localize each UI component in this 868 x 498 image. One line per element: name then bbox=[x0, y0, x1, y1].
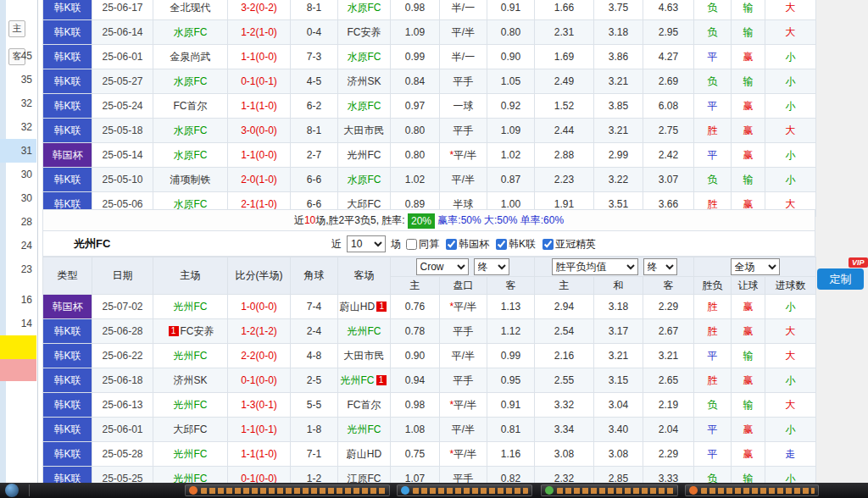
result-wdl: 平 bbox=[694, 94, 732, 119]
europe-time-select[interactable]: 终 bbox=[643, 258, 677, 275]
window-icon bbox=[401, 486, 409, 495]
euro-draw-odds: 3.22 bbox=[594, 168, 643, 192]
asian-handicap: *平/半 bbox=[440, 393, 487, 418]
team-name[interactable]: 全北现代 bbox=[153, 0, 228, 20]
europe-avg-select[interactable]: 胜平负均值 bbox=[552, 258, 638, 275]
scope-select[interactable]: 全场 bbox=[731, 258, 780, 275]
gwangju-section-bar: 光州FC 近 10 场 同算韩国杯韩K联亚冠精英 bbox=[42, 231, 815, 257]
match-date: 25-05-28 bbox=[92, 442, 153, 467]
result-goals: 小 bbox=[765, 69, 816, 94]
scope-controls: 全场 bbox=[694, 257, 816, 277]
team-name[interactable]: 光州FC bbox=[153, 442, 228, 467]
checkbox-korea-cup[interactable] bbox=[446, 239, 457, 250]
col-header-euro-draw: 和 bbox=[594, 277, 643, 295]
team-name[interactable]: 1FC安养 bbox=[153, 319, 228, 344]
team-name[interactable]: 水原FC bbox=[153, 20, 228, 45]
vip-badge: VIP bbox=[849, 257, 868, 268]
taskbar-window-button[interactable] bbox=[397, 484, 532, 496]
team-name[interactable]: FC首尔 bbox=[153, 94, 228, 119]
checkbox-same-calc[interactable] bbox=[406, 239, 417, 250]
score: 0-1(0-0) bbox=[228, 368, 291, 393]
rail-yellow-cell[interactable] bbox=[0, 335, 36, 359]
team-name[interactable]: 光州FC bbox=[153, 393, 228, 418]
team-name[interactable]: 水原FC bbox=[153, 69, 228, 94]
team-name[interactable]: 大田市民 bbox=[338, 344, 391, 368]
rail-row-number[interactable]: 31 bbox=[3, 139, 36, 163]
filter-same-calc[interactable]: 同算 bbox=[406, 237, 439, 252]
checkbox-acl-elite[interactable] bbox=[542, 239, 554, 250]
result-handicap: 输 bbox=[732, 0, 765, 20]
team-name[interactable]: 水原FC bbox=[338, 0, 391, 20]
team-name[interactable]: 光州FC bbox=[338, 319, 391, 344]
window-title-text bbox=[413, 488, 528, 494]
team-name[interactable]: 光州FC bbox=[338, 143, 391, 168]
euro-home-odds: 2.23 bbox=[535, 168, 594, 192]
rail-row-number[interactable]: 14 bbox=[3, 312, 36, 335]
start-button[interactable] bbox=[5, 484, 19, 497]
team-name[interactable]: 水原FC bbox=[338, 94, 391, 119]
team-name[interactable]: 水原FC bbox=[338, 168, 391, 192]
customize-button[interactable]: 定制 bbox=[817, 268, 864, 290]
team-name[interactable]: 光州FC bbox=[153, 344, 228, 368]
filter-korea-cup[interactable]: 韩国杯 bbox=[446, 237, 489, 252]
team-name[interactable]: FC安养 bbox=[338, 20, 391, 45]
team-name[interactable]: 水原FC bbox=[153, 143, 228, 168]
rail-row-number[interactable]: 32 bbox=[3, 115, 36, 139]
rail-row-number[interactable]: 16 bbox=[3, 288, 36, 312]
corners: 6-6 bbox=[291, 168, 338, 192]
rail-row-number[interactable]: 32 bbox=[3, 91, 36, 115]
match-row: 韩K联25-06-18济州SK0-1(0-0)2-5光州FC10.94平手0.9… bbox=[43, 368, 816, 393]
taskbar-window-button[interactable] bbox=[185, 484, 390, 496]
team-name[interactable]: 蔚山HD bbox=[338, 442, 391, 467]
result-goals: 大 bbox=[765, 319, 816, 344]
team-name[interactable]: 浦项制铁 bbox=[153, 168, 228, 192]
rail-row-number[interactable]: 23 bbox=[3, 257, 36, 281]
filter-acl-elite[interactable]: 亚冠精英 bbox=[542, 237, 596, 252]
result-goals: 小 bbox=[765, 94, 816, 119]
team-name[interactable]: 水原FC bbox=[153, 119, 228, 143]
rail-row-number[interactable]: 24 bbox=[3, 234, 36, 257]
rail-row-number[interactable]: 35 bbox=[3, 68, 36, 91]
result-handicap: 赢 bbox=[732, 143, 765, 168]
asian-handicap: 平/半 bbox=[440, 418, 487, 442]
euro-draw-odds: 3.40 bbox=[594, 418, 643, 442]
team-name[interactable]: 蔚山HD1 bbox=[338, 295, 391, 319]
recent-count-select[interactable]: 10 bbox=[347, 235, 386, 252]
odds-time-select[interactable]: 终 bbox=[474, 258, 509, 275]
team-name[interactable]: 大邱FC bbox=[153, 418, 228, 442]
team-name[interactable]: 光州FC1 bbox=[338, 368, 391, 393]
red-card-badge: 1 bbox=[376, 302, 387, 312]
team-name[interactable]: 水原FC bbox=[338, 45, 391, 69]
euro-away-odds: 2.29 bbox=[643, 295, 694, 319]
rail-row-number[interactable]: 28 bbox=[3, 210, 36, 234]
rail-pink-cell[interactable] bbox=[0, 359, 36, 381]
team-name[interactable]: 光州FC bbox=[338, 418, 391, 442]
home-toggle-button[interactable]: 主 bbox=[8, 20, 25, 37]
taskbar-window-button[interactable] bbox=[541, 484, 678, 496]
team-name[interactable]: FC首尔 bbox=[338, 393, 391, 418]
team-name[interactable]: 金泉尚武 bbox=[153, 45, 228, 69]
filter-k-league[interactable]: 韩K联 bbox=[496, 237, 536, 252]
euro-draw-odds: 2.99 bbox=[594, 143, 643, 168]
team-name[interactable]: 济州SK bbox=[338, 69, 391, 94]
rail-row-number[interactable]: 30 bbox=[3, 163, 36, 186]
team-name[interactable]: 济州SK bbox=[153, 368, 228, 393]
odds-source-select[interactable]: Crow bbox=[416, 258, 469, 275]
team-name[interactable]: 光州FC bbox=[153, 295, 228, 319]
checkbox-k-league[interactable] bbox=[496, 239, 507, 250]
asian-handicap: *平/半 bbox=[440, 295, 487, 319]
match-date: 25-06-28 bbox=[92, 319, 153, 344]
corners: 4-5 bbox=[291, 69, 338, 94]
rail-row-number[interactable]: 45 bbox=[3, 44, 36, 68]
taskbar-window-button[interactable] bbox=[685, 484, 819, 496]
summary-count: 10 bbox=[304, 214, 315, 226]
col-header-result: 胜负 bbox=[694, 277, 732, 295]
match-row: 韩K联25-05-28光州FC1-1(1-0)7-1蔚山HD0.75*平/半1.… bbox=[43, 442, 816, 467]
league-badge: 韩K联 bbox=[43, 418, 92, 442]
team-name[interactable]: 大田市民 bbox=[338, 119, 391, 143]
result-handicap: 输 bbox=[732, 69, 765, 94]
euro-home-odds: 3.34 bbox=[535, 418, 594, 442]
score: 1-3(0-1) bbox=[228, 393, 291, 418]
rail-row-number[interactable]: 30 bbox=[3, 186, 36, 210]
asia-home-odds: 0.98 bbox=[391, 0, 440, 20]
